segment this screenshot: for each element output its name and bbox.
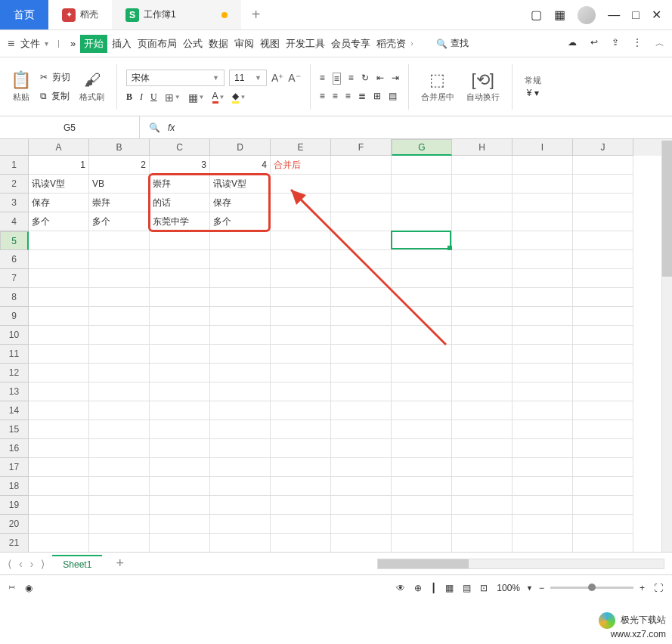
cell-B19[interactable]: [89, 496, 150, 515]
cell-C15[interactable]: [150, 420, 210, 439]
menu-scroll-right[interactable]: ›: [410, 39, 413, 48]
cell-C4[interactable]: 东莞中学: [150, 212, 210, 231]
sheet-nav-last[interactable]: ⟩: [41, 558, 45, 570]
cell-D14[interactable]: [210, 401, 271, 420]
cell-A13[interactable]: [29, 382, 89, 401]
cell-G3[interactable]: [392, 194, 452, 212]
cell-E21[interactable]: [271, 534, 331, 552]
cell-D5[interactable]: [210, 231, 271, 250]
focus-icon[interactable]: ⊕: [414, 583, 422, 593]
cell-F15[interactable]: [331, 420, 392, 439]
align-bottom-button[interactable]: ≡: [348, 73, 354, 85]
cell-C6[interactable]: [150, 250, 210, 269]
cell-H11[interactable]: [452, 345, 513, 364]
cell-G21[interactable]: [392, 534, 452, 552]
cell-H9[interactable]: [452, 307, 513, 326]
tab-workbook[interactable]: S 工作簿1: [112, 0, 241, 29]
cell-A9[interactable]: [29, 307, 89, 326]
cell-C7[interactable]: [150, 269, 210, 288]
view-break-icon[interactable]: ⊡: [480, 583, 488, 593]
cell-E19[interactable]: [271, 496, 331, 515]
cell-I12[interactable]: [513, 364, 573, 382]
cell-H13[interactable]: [452, 382, 513, 401]
cell-A10[interactable]: [29, 326, 89, 345]
cell-B20[interactable]: [89, 515, 150, 534]
collapse-ribbon-icon[interactable]: ︿: [655, 37, 664, 50]
hamburger-icon[interactable]: ≡: [8, 37, 14, 51]
cell-E17[interactable]: [271, 458, 331, 477]
cell-F8[interactable]: [331, 288, 392, 307]
cell-C21[interactable]: [150, 534, 210, 552]
cell-H14[interactable]: [452, 401, 513, 420]
fullscreen-icon[interactable]: ⛶: [654, 583, 663, 593]
row-header-20[interactable]: 20: [0, 515, 29, 534]
cell-F6[interactable]: [331, 250, 392, 269]
row-header-1[interactable]: 1: [0, 156, 29, 175]
cell-I13[interactable]: [513, 382, 573, 401]
cell-I3[interactable]: [513, 194, 573, 212]
cell-F17[interactable]: [331, 458, 392, 477]
cell-C10[interactable]: [150, 326, 210, 345]
align-left-button[interactable]: ≡: [320, 91, 325, 101]
sheet-nav-prev[interactable]: ‹: [19, 558, 23, 570]
col-header-E[interactable]: E: [271, 139, 331, 156]
cell-J9[interactable]: [573, 307, 633, 326]
cell-B15[interactable]: [89, 420, 150, 439]
cell-C13[interactable]: [150, 382, 210, 401]
cell-B7[interactable]: [89, 269, 150, 288]
cell-F18[interactable]: [331, 477, 392, 496]
cell-A3[interactable]: 保存: [29, 194, 89, 212]
cell-A1[interactable]: 1: [29, 156, 89, 175]
col-header-G[interactable]: G: [392, 139, 452, 156]
cell-I11[interactable]: [513, 345, 573, 364]
cell-C12[interactable]: [150, 364, 210, 382]
cell-J4[interactable]: [573, 212, 633, 231]
cell-J6[interactable]: [573, 250, 633, 269]
row-header-13[interactable]: 13: [0, 382, 29, 401]
border-button[interactable]: ⊞▼: [165, 91, 181, 104]
cell-C11[interactable]: [150, 345, 210, 364]
cell-D9[interactable]: [210, 307, 271, 326]
cell-E1[interactable]: 合并后: [271, 156, 331, 175]
zoom-control[interactable]: 100% ▼ − +: [497, 583, 645, 593]
cell-C17[interactable]: [150, 458, 210, 477]
underline-button[interactable]: U: [150, 91, 157, 103]
tab-docer[interactable]: ✦ 稻壳: [48, 0, 112, 29]
cell-E10[interactable]: [271, 326, 331, 345]
record-icon[interactable]: ◉: [25, 583, 33, 593]
avatar[interactable]: [578, 6, 596, 24]
cell-E15[interactable]: [271, 420, 331, 439]
cell-B4[interactable]: 多个: [89, 212, 150, 231]
cell-G7[interactable]: [392, 269, 452, 288]
bold-button[interactable]: B: [126, 91, 132, 103]
cell-D21[interactable]: [210, 534, 271, 552]
cell-I17[interactable]: [513, 458, 573, 477]
cell-A21[interactable]: [29, 534, 89, 552]
cell-G16[interactable]: [392, 439, 452, 458]
cell-G15[interactable]: [392, 420, 452, 439]
fill-color-button[interactable]: ◆▼: [232, 91, 246, 104]
cell-A8[interactable]: [29, 288, 89, 307]
cell-I6[interactable]: [513, 250, 573, 269]
cell-I10[interactable]: [513, 326, 573, 345]
cell-E3[interactable]: [271, 194, 331, 212]
cell-H15[interactable]: [452, 420, 513, 439]
cell-J10[interactable]: [573, 326, 633, 345]
menu-start[interactable]: 开始: [80, 35, 107, 53]
increase-font-button[interactable]: A⁺: [271, 72, 283, 84]
col-header-F[interactable]: F: [331, 139, 392, 156]
cell-G1[interactable]: [392, 156, 452, 175]
cell-E8[interactable]: [271, 288, 331, 307]
row-header-3[interactable]: 3: [0, 194, 29, 212]
cell-I18[interactable]: [513, 477, 573, 496]
col-header-I[interactable]: I: [513, 139, 573, 156]
cut-button[interactable]: ✂ 剪切: [40, 71, 70, 84]
cell-F1[interactable]: [331, 156, 392, 175]
file-dropdown-icon[interactable]: ▾: [45, 39, 48, 48]
font-color-button[interactable]: A▼: [212, 91, 225, 104]
cell-H6[interactable]: [452, 250, 513, 269]
vertical-scrollbar[interactable]: [661, 141, 672, 552]
cell-I19[interactable]: [513, 496, 573, 515]
zoom-out-button[interactable]: −: [539, 583, 544, 593]
cell-J13[interactable]: [573, 382, 633, 401]
